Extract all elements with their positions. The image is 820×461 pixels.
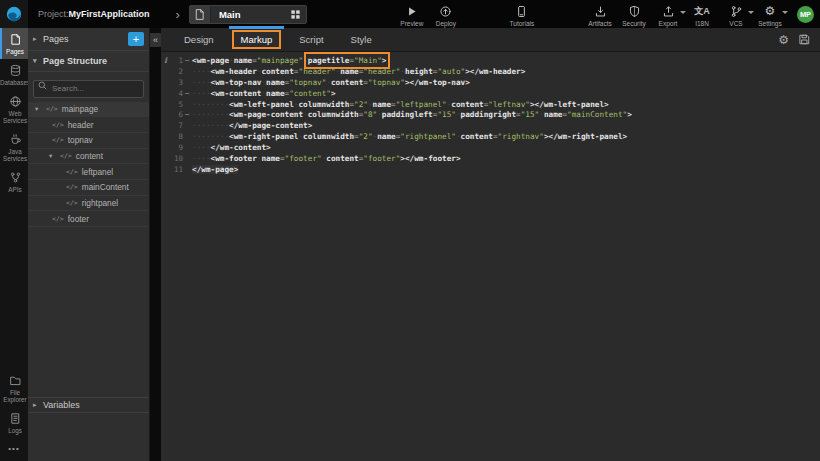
tree-item-topnav[interactable]: </>topnav	[28, 133, 149, 149]
tree-item-header[interactable]: </>header	[28, 117, 149, 133]
tree-item-mainContent[interactable]: </>mainContent	[28, 180, 149, 196]
code-line[interactable]: i1−<wm-page·name="mainpage"·pagetitle="M…	[161, 55, 820, 66]
tree-item-label: rightpanel	[82, 198, 118, 208]
page-selector-label: Main	[211, 9, 290, 20]
code-line[interactable]: 6−········<wm-page-content·columnwidth="…	[161, 109, 820, 120]
tree-item-rightpanel[interactable]: </>rightpanel	[28, 196, 149, 212]
code-line[interactable]: 11</wm-page>	[161, 164, 820, 175]
fold-toggle-icon[interactable]: −	[183, 89, 192, 98]
code-line[interactable]: 9····</wm-content>	[161, 142, 820, 153]
fold-toggle-icon[interactable]: −	[183, 110, 192, 119]
page-selector[interactable]: Main	[189, 5, 307, 24]
fold-toggle-icon[interactable]: −	[183, 56, 192, 65]
tree-item-leftpanel[interactable]: </>leftpanel	[28, 164, 149, 180]
export-button[interactable]: Export	[653, 2, 683, 27]
code-icon: </>	[66, 168, 78, 176]
log-file-icon	[9, 412, 22, 425]
page-structure-header[interactable]: ▾ Page Structure	[28, 51, 149, 72]
page-structure-label: Page Structure	[43, 56, 107, 66]
pages-section-header[interactable]: ▸ Pages +	[28, 28, 149, 51]
wavemaker-logo-icon[interactable]	[0, 0, 28, 28]
sidebar-item-pages[interactable]: Pages	[0, 28, 28, 59]
markup-settings-icon[interactable]: ⚙	[778, 34, 789, 46]
export-label: Export	[659, 20, 678, 27]
tab-script[interactable]: Script	[292, 32, 330, 47]
sidebar-item-file-explorer[interactable]: File Explorer	[0, 369, 28, 407]
line-number: 10	[170, 154, 183, 163]
code-line[interactable]: 3····<wm-top-nav·name="topnav"·content="…	[161, 77, 820, 88]
caret-right-icon: ▸	[33, 35, 43, 43]
left-icon-rail: PagesDatabasesWeb ServicesJava ServicesA…	[0, 28, 28, 461]
tutorials-button[interactable]: Tutorials	[507, 2, 537, 27]
tab-markup[interactable]: Markup	[234, 32, 280, 47]
avatar[interactable]: MP	[797, 6, 814, 23]
code-line[interactable]: 8········<wm-right-panel·columnwidth="2"…	[161, 131, 820, 142]
tray-down-icon	[594, 5, 607, 18]
settings-button[interactable]: ⚙Settings	[755, 2, 785, 27]
security-button[interactable]: Security	[619, 2, 649, 27]
caret-down-icon[interactable]: ▾	[49, 152, 60, 160]
search-input[interactable]	[33, 80, 144, 98]
editor-tabs: DesignMarkupScriptStyle	[177, 32, 379, 47]
deploy-button[interactable]: Deploy	[431, 2, 461, 27]
preview-button[interactable]: Preview	[397, 2, 427, 27]
project-label: Project:	[38, 9, 69, 19]
folder-icon	[9, 374, 22, 387]
top-bar: Project:MyFirstApplication › Main Previe…	[0, 0, 820, 28]
branch-icon	[730, 5, 743, 18]
save-icon[interactable]	[798, 33, 811, 46]
play-icon	[405, 5, 418, 18]
toolbar-right-group: ArtifactsSecurityExport文AI18NVCS⚙Setting…	[583, 2, 787, 27]
java-services-label: Java Services	[3, 148, 27, 162]
code-editor[interactable]: i1−<wm-page·name="mainpage"·pagetitle="M…	[161, 52, 820, 461]
tablet-icon	[515, 5, 528, 18]
page-icon	[190, 6, 211, 23]
variables-section-label: Variables	[43, 400, 80, 410]
plug-icon	[9, 171, 22, 184]
vcs-label: VCS	[729, 20, 742, 27]
more-options-button[interactable]: •••	[0, 438, 28, 461]
vcs-button[interactable]: VCS	[721, 2, 751, 27]
panel-edge-strip: «	[150, 28, 161, 461]
code-icon: </>	[66, 199, 78, 207]
caret-down-icon[interactable]: ▾	[35, 105, 46, 113]
sidebar-item-web-services[interactable]: Web Services	[0, 90, 28, 128]
pages-icon	[9, 33, 22, 46]
search-icon	[37, 80, 48, 91]
sidebar-item-databases[interactable]: Databases	[0, 59, 28, 90]
artifacts-button[interactable]: Artifacts	[585, 2, 615, 27]
tree-item-label: leftpanel	[82, 167, 113, 177]
sidebar-item-apis[interactable]: APIs	[0, 166, 28, 197]
tree-item-mainpage[interactable]: ▾</>mainpage	[28, 102, 149, 118]
panel-bottom-spacer	[28, 413, 149, 461]
code-line[interactable]: 2····<wm-header·content="header"·name="h…	[161, 66, 820, 77]
code-text: </wm-page>	[192, 165, 238, 174]
line-number: 8	[170, 132, 183, 141]
grid-icon[interactable]	[290, 9, 301, 20]
tree-item-footer[interactable]: </>footer	[28, 211, 149, 227]
collapse-panel-button[interactable]: «	[150, 33, 161, 47]
code-text: ········</wm-page-content>	[192, 121, 312, 130]
tree-item-content[interactable]: ▾</>content	[28, 149, 149, 165]
tab-style[interactable]: Style	[344, 32, 379, 47]
tree-item-label: content	[76, 151, 103, 161]
security-label: Security	[622, 20, 645, 27]
line-number: 6	[170, 110, 183, 119]
variables-section-header[interactable]: ▸ Variables	[28, 397, 149, 413]
caret-down-icon: ▾	[33, 57, 43, 65]
i18n-label: I18N	[695, 20, 709, 27]
code-line[interactable]: 5········<wm-left-panel·columnwidth="2"·…	[161, 99, 820, 110]
sidebar-item-logs[interactable]: Logs	[0, 407, 28, 438]
line-number: 5	[170, 100, 183, 109]
i18n-button[interactable]: 文AI18N	[687, 2, 717, 27]
sidebar-item-java-services[interactable]: Java Services	[0, 128, 28, 166]
code-text: ········<wm-right-panel·columnwidth="2"·…	[192, 132, 627, 141]
code-line[interactable]: 4−····<wm-content·name="content">	[161, 88, 820, 99]
code-line[interactable]: 7········</wm-page-content>	[161, 120, 820, 131]
code-line[interactable]: 10····<wm-footer·name="footer"·content="…	[161, 153, 820, 164]
editor-area: DesignMarkupScriptStyle ⚙ i1−<wm-page·na…	[161, 28, 820, 461]
chevron-down-icon	[782, 11, 788, 14]
add-page-button[interactable]: +	[128, 32, 144, 46]
tab-design[interactable]: Design	[177, 32, 221, 47]
translate-icon: 文A	[694, 5, 710, 18]
